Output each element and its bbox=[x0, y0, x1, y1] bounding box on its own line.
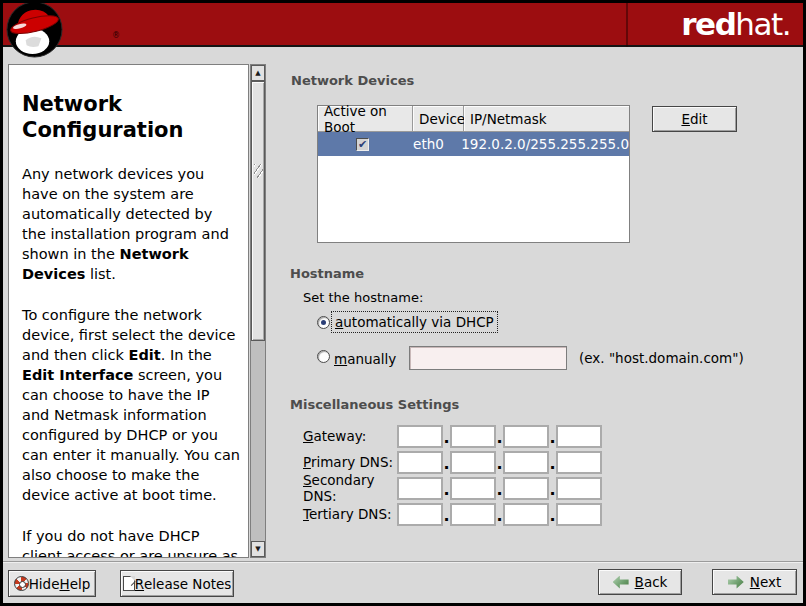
footer-separator bbox=[3, 561, 803, 563]
gateway-octet-1[interactable] bbox=[397, 425, 443, 448]
secondary-dns-octet-4[interactable] bbox=[556, 477, 602, 500]
octet-dot: . bbox=[496, 454, 503, 474]
table-header-row: Active on Boot Device IP/Netmask bbox=[318, 106, 629, 132]
tertiary-dns-label: Tertiary DNS: bbox=[303, 506, 397, 522]
thumb-grip-icon bbox=[254, 164, 263, 178]
column-header-device: Device bbox=[413, 106, 464, 132]
help-p1-post: list. bbox=[85, 266, 116, 282]
help-p2-mid: . In the bbox=[161, 347, 212, 363]
up-arrow-icon: ▲ bbox=[255, 69, 260, 77]
secondary-dns-label-rest: econdary DNS: bbox=[303, 472, 375, 504]
scroll-up-button[interactable]: ▲ bbox=[251, 65, 265, 81]
back-button[interactable]: Back bbox=[598, 569, 682, 595]
help-title: Network Configuration bbox=[22, 91, 240, 143]
primary-dns-label: Primary DNS: bbox=[303, 454, 397, 470]
hostname-input[interactable] bbox=[409, 346, 567, 370]
life-preserver-icon bbox=[14, 576, 29, 591]
octet-dot: . bbox=[496, 480, 503, 500]
back-mnemonic: B bbox=[635, 574, 644, 590]
tertiary-dns-octet-1[interactable] bbox=[397, 503, 443, 526]
gateway-octet-2[interactable] bbox=[450, 425, 496, 448]
column-header-ip-netmask: IP/Netmask bbox=[464, 106, 629, 132]
gateway-label-rest: ateway: bbox=[313, 428, 366, 444]
document-icon bbox=[123, 576, 135, 591]
help-panel: Network Configuration Any network device… bbox=[8, 64, 249, 558]
wordmark-red: red bbox=[681, 6, 735, 42]
edit-button[interactable]: Edit bbox=[652, 106, 737, 132]
device-row-eth0[interactable]: ✔ eth0 192.0.2.0/255.255.255.0 bbox=[318, 132, 629, 156]
redhat-shadowman-logo-icon bbox=[6, 1, 63, 58]
secondary-dns-octet-2[interactable] bbox=[450, 477, 496, 500]
ip-netmask-cell: 192.0.2.0/255.255.255.0 bbox=[455, 136, 629, 152]
primary-dns-octet-3[interactable] bbox=[503, 451, 549, 474]
gateway-mnemonic: G bbox=[303, 428, 313, 444]
radio-manually[interactable] bbox=[317, 350, 330, 363]
secondary-dns-octet-1[interactable] bbox=[397, 477, 443, 500]
back-rest: ack bbox=[644, 574, 668, 590]
help-paragraph-3: If you do not have DHCP client access or… bbox=[22, 526, 240, 558]
hide-help-button[interactable]: Hide Help bbox=[8, 570, 96, 597]
wordmark-hat: hat. bbox=[735, 6, 790, 42]
manual-label-rest: anually bbox=[347, 351, 396, 367]
release-notes-button[interactable]: Release Notes bbox=[120, 570, 234, 597]
radio-automatic-dhcp-label[interactable]: automatically via DHCP bbox=[331, 311, 498, 333]
down-arrow-icon: ▼ bbox=[255, 545, 260, 553]
tertiary-dns-label-rest: ertiary DNS: bbox=[309, 506, 392, 522]
scroll-down-button[interactable]: ▼ bbox=[251, 541, 265, 557]
hide-help-rest: elp bbox=[70, 576, 91, 592]
next-mnemonic: N bbox=[750, 574, 760, 590]
next-rest: ext bbox=[760, 574, 781, 590]
redhat-wordmark: redhat. bbox=[681, 4, 790, 44]
primary-dns-mnemonic: P bbox=[303, 454, 311, 470]
octet-dot: . bbox=[496, 506, 503, 526]
auto-label-rest: utomatically via DHCP bbox=[343, 314, 493, 330]
network-devices-table: Active on Boot Device IP/Netmask ✔ eth0 … bbox=[317, 105, 630, 243]
help-p2-post: screen, you can choose to have the IP an… bbox=[22, 367, 240, 503]
octet-dot: . bbox=[496, 428, 503, 448]
hostname-section-label: Hostname bbox=[290, 266, 364, 281]
primary-dns-octet-2[interactable] bbox=[450, 451, 496, 474]
next-arrow-icon bbox=[728, 576, 744, 589]
primary-dns-row: Primary DNS: ... bbox=[303, 450, 602, 474]
hide-help-pre: Hide bbox=[29, 576, 60, 592]
secondary-dns-mnemonic: S bbox=[303, 472, 312, 488]
release-notes-mnemonic: R bbox=[135, 576, 144, 592]
network-devices-section-label: Network Devices bbox=[291, 73, 414, 88]
radio-automatic-dhcp[interactable] bbox=[317, 316, 330, 329]
manual-label-mnemonic: m bbox=[334, 351, 347, 367]
primary-dns-octet-4[interactable] bbox=[556, 451, 602, 474]
back-arrow-icon bbox=[613, 576, 629, 589]
secondary-dns-octet-3[interactable] bbox=[503, 477, 549, 500]
scrollbar-track[interactable] bbox=[251, 341, 265, 541]
set-hostname-label: Set the hostname: bbox=[303, 290, 423, 306]
scrollbar-thumb[interactable] bbox=[251, 81, 265, 341]
octet-dot: . bbox=[549, 506, 556, 526]
octet-dot: . bbox=[443, 480, 450, 500]
octet-dot: . bbox=[443, 506, 450, 526]
secondary-dns-row: Secondary DNS: ... bbox=[303, 476, 602, 500]
octet-dot: . bbox=[549, 428, 556, 448]
tertiary-dns-octet-2[interactable] bbox=[450, 503, 496, 526]
gateway-octet-4[interactable] bbox=[556, 425, 602, 448]
installer-window: redhat. ® Network Configuration Any netw… bbox=[0, 0, 806, 606]
primary-dns-octet-1[interactable] bbox=[397, 451, 443, 474]
help-scrollbar[interactable]: ▲ ▼ bbox=[250, 64, 266, 558]
gateway-octet-3[interactable] bbox=[503, 425, 549, 448]
tertiary-dns-octet-3[interactable] bbox=[503, 503, 549, 526]
hide-help-mnemonic: H bbox=[59, 576, 69, 592]
gateway-label: Gateway: bbox=[303, 428, 397, 444]
octet-dot: . bbox=[549, 454, 556, 474]
octet-dot: . bbox=[549, 480, 556, 500]
tertiary-dns-octet-4[interactable] bbox=[556, 503, 602, 526]
edit-button-mnemonic: E bbox=[681, 111, 690, 127]
secondary-dns-label: Secondary DNS: bbox=[303, 472, 397, 504]
primary-dns-label-rest: rimary DNS: bbox=[311, 454, 393, 470]
active-on-boot-checkbox[interactable]: ✔ bbox=[356, 138, 369, 151]
octet-dot: . bbox=[443, 428, 450, 448]
next-button[interactable]: Next bbox=[712, 569, 797, 595]
device-cell: eth0 bbox=[407, 136, 455, 152]
edit-button-label: dit bbox=[690, 111, 708, 127]
help-paragraph-1: Any network devices you have on the syst… bbox=[22, 164, 240, 284]
registered-trademark: ® bbox=[112, 31, 120, 40]
radio-manually-label[interactable]: manually bbox=[334, 351, 396, 367]
